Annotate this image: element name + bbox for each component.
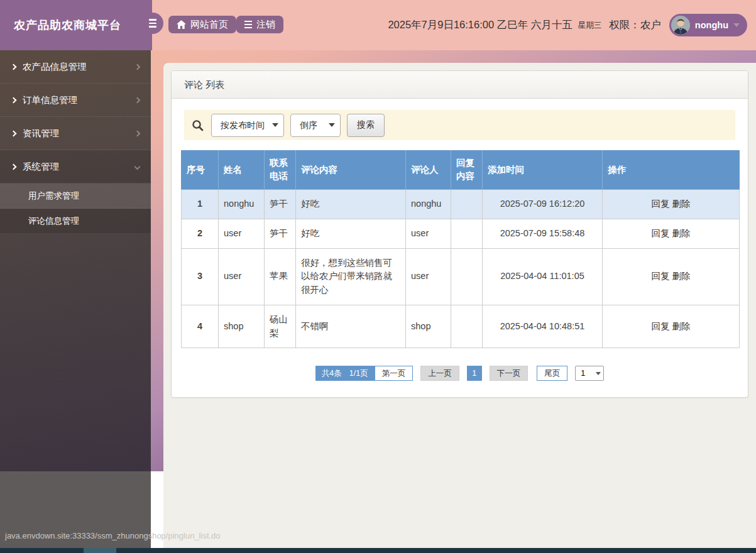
prev-page-button[interactable]: 上一页 xyxy=(420,366,459,381)
delete-action[interactable]: 删除 xyxy=(672,228,691,238)
table-row: 4 shop 砀山梨 不错啊 shop 2025-04-04 10:48:51 … xyxy=(182,305,740,348)
col-header-content: 评论内容 xyxy=(296,150,406,190)
col-header-no: 序号 xyxy=(182,150,219,190)
sidebar-item-system[interactable]: 系统管理 xyxy=(0,150,151,183)
page: 农产品助农商城平台 网站首页 注销 2025年7月9日16:16:00 乙巳年 … xyxy=(0,0,756,553)
avatar xyxy=(671,16,690,35)
table-row: 2 user 笋干 好吃 user 2025-07-09 15:58:48 回复… xyxy=(182,219,740,248)
sort-field-select-wrap: 按发布时间 xyxy=(211,114,284,137)
reply-action[interactable]: 回复 xyxy=(652,271,670,281)
home-icon xyxy=(177,20,186,29)
chevron-right-icon xyxy=(134,130,141,136)
reply-action[interactable]: 回复 xyxy=(652,199,670,209)
comment-list-panel: 评论 列表 按发布时间 倒序 搜索 xyxy=(171,70,748,398)
chevron-down-icon xyxy=(134,163,141,170)
header-right: 2025年7月9日16:16:00 乙巳年 六月十五 星期三 权限：农户 xyxy=(388,0,747,50)
chevron-right-icon xyxy=(134,97,141,103)
col-header-commenter: 评论人 xyxy=(406,150,451,190)
hamburger-icon xyxy=(149,19,156,28)
page-select[interactable]: 1 xyxy=(575,366,604,381)
top-header: 农产品助农商城平台 网站首页 注销 2025年7月9日16:16:00 乙巳年 … xyxy=(0,0,756,50)
main-content: 评论 列表 按发布时间 倒序 搜索 xyxy=(163,63,756,548)
sort-order-select[interactable]: 倒序 xyxy=(290,114,341,137)
reply-action[interactable]: 回复 xyxy=(652,228,670,238)
last-page-button[interactable]: 尾页 xyxy=(537,366,567,381)
pagination-summary: 共4条 1/1页 xyxy=(315,366,375,381)
sidebar-item-order-info[interactable]: 订单信息管理 xyxy=(0,84,151,117)
chevron-right-icon xyxy=(11,97,17,103)
status-url-text: java.envdown.site:33333/ssm_zhunongshop/… xyxy=(5,531,221,540)
page-select-wrap: 1 xyxy=(575,366,604,381)
bottom-scrollbar[interactable] xyxy=(0,548,756,553)
delete-action[interactable]: 删除 xyxy=(672,321,691,331)
logout-button[interactable]: 注销 xyxy=(236,16,283,33)
caret-down-icon xyxy=(733,23,740,27)
table-row: 1 nonghu 笋干 好吃 nonghu 2025-07-09 16:12:2… xyxy=(182,190,740,219)
delete-action[interactable]: 删除 xyxy=(672,199,691,209)
chevron-right-icon xyxy=(11,63,17,70)
col-header-time: 添加时间 xyxy=(483,150,603,190)
current-page-button[interactable]: 1 xyxy=(467,366,482,381)
permission-text: 权限：农户 xyxy=(609,18,661,32)
datetime-text: 2025年7月9日16:16:00 乙巳年 六月十五 xyxy=(388,18,572,32)
panel-title: 评论 列表 xyxy=(172,71,748,99)
col-header-reply: 回复内容 xyxy=(451,150,483,190)
weekday-text: 星期三 xyxy=(578,20,602,31)
sidebar-item-product-info[interactable]: 农产品信息管理 xyxy=(0,50,151,84)
sidebar-subitem-comment-info[interactable]: 评论信息管理 xyxy=(0,209,151,234)
col-header-operation: 操作 xyxy=(603,150,740,190)
sidebar-item-news[interactable]: 资讯管理 xyxy=(0,117,151,150)
magnifier-icon xyxy=(192,119,204,131)
chevron-right-icon xyxy=(11,130,17,136)
comments-table: 序号 姓名 联系电话 评论内容 评论人 回复内容 添加时间 操作 1 nongh… xyxy=(181,150,740,348)
brand-title: 农产品助农商城平台 xyxy=(0,0,152,50)
next-page-button[interactable]: 下一页 xyxy=(490,366,529,381)
user-menu[interactable]: nonghu xyxy=(669,14,747,36)
username: nonghu xyxy=(695,20,728,30)
col-header-name: 姓名 xyxy=(219,150,265,190)
first-page-button[interactable]: 第一页 xyxy=(375,366,414,381)
sidebar-subitem-user-demand[interactable]: 用户需求管理 xyxy=(0,183,151,209)
chevron-right-icon xyxy=(11,163,17,170)
chevron-right-icon xyxy=(134,63,141,70)
sort-order-select-wrap: 倒序 xyxy=(290,114,341,137)
delete-action[interactable]: 删除 xyxy=(672,271,691,281)
sidebar: 农产品信息管理 订单信息管理 资讯管理 系统管理 用户需求管理 评论信息管理 xyxy=(0,50,151,471)
site-home-button[interactable]: 网站首页 xyxy=(168,16,236,33)
sort-field-select[interactable]: 按发布时间 xyxy=(211,114,284,137)
sidebar-toggle-button[interactable] xyxy=(142,13,163,34)
search-button[interactable]: 搜索 xyxy=(347,114,385,137)
scrollbar-thumb[interactable] xyxy=(84,548,116,553)
table-header-row: 序号 姓名 联系电话 评论内容 评论人 回复内容 添加时间 操作 xyxy=(182,150,740,190)
col-header-phone: 联系电话 xyxy=(265,150,296,190)
list-icon xyxy=(244,21,252,29)
table-row: 3 user 苹果 很好，想到这些销售可以给农户们带来销路就很开心 user 2… xyxy=(182,248,740,305)
pagination: 共4条 1/1页 第一页 上一页 1 下一页 尾页 1 xyxy=(172,366,748,381)
search-toolbar: 按发布时间 倒序 搜索 xyxy=(184,110,735,140)
reply-action[interactable]: 回复 xyxy=(652,321,670,331)
